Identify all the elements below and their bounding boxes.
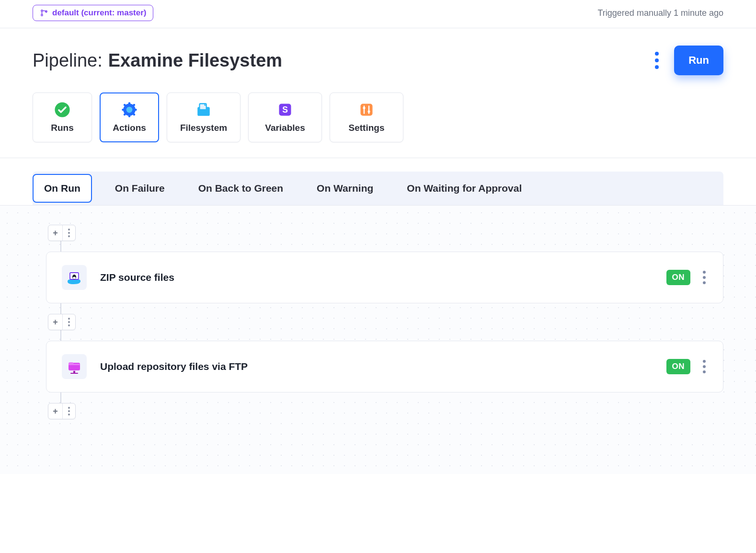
svg-point-5 (126, 107, 133, 113)
status-badge[interactable]: ON (666, 270, 691, 285)
folder-file-icon (195, 102, 212, 118)
action-menu-button[interactable] (701, 269, 708, 286)
svg-point-6 (128, 102, 131, 104)
add-action-node: + (48, 225, 76, 241)
status-badge[interactable]: ON (666, 359, 691, 374)
svg-rect-27 (73, 371, 75, 373)
check-circle-icon (54, 102, 70, 118)
subtabs: On Run On Failure On Back to Green On Wa… (33, 172, 723, 205)
navcard-runs[interactable]: Runs (33, 92, 92, 142)
action-card-ftp[interactable]: Upload repository files via FTP ON (46, 341, 723, 392)
svg-point-8 (122, 109, 124, 111)
run-button[interactable]: Run (674, 46, 723, 75)
navcard-variables[interactable]: S Variables (248, 92, 322, 142)
svg-point-12 (124, 114, 126, 116)
svg-point-1 (41, 14, 43, 16)
svg-point-21 (363, 107, 366, 109)
action-title: ZIP source files (100, 272, 174, 283)
navcard-filesystem[interactable]: Filesystem (167, 92, 241, 142)
branch-label: default (current: master) (52, 8, 146, 18)
add-action-button[interactable]: + (48, 403, 63, 419)
navcard-label: Runs (51, 123, 74, 133)
gear-icon (121, 102, 137, 118)
title-name: Examine Filesystem (108, 50, 282, 71)
action-menu-button[interactable] (701, 358, 708, 375)
tab-on-warning[interactable]: On Warning (306, 175, 384, 202)
add-action-menu[interactable] (63, 225, 75, 241)
tab-on-waiting-for-approval[interactable]: On Waiting for Approval (396, 175, 532, 202)
svg-rect-28 (70, 373, 78, 374)
trigger-status: Triggered manually 1 minute ago (598, 8, 723, 18)
branch-selector[interactable]: default (current: master) (33, 5, 153, 21)
actions-canvas: + ZIP source files ON + (0, 206, 756, 474)
add-action-button[interactable]: + (48, 225, 63, 241)
subtabs-container: On Run On Failure On Back to Green On Wa… (0, 158, 756, 206)
linux-docker-icon (62, 265, 87, 290)
header-area: Pipeline: Examine Filesystem Run Runs Ac… (0, 28, 756, 158)
svg-point-13 (133, 114, 136, 116)
tab-on-back-to-green[interactable]: On Back to Green (188, 175, 294, 202)
ftp-folder-icon (62, 354, 87, 379)
add-action-menu[interactable] (63, 403, 75, 419)
tab-on-run[interactable]: On Run (33, 174, 92, 203)
navcard-label: Filesystem (180, 123, 227, 133)
add-action-node: + (48, 314, 76, 330)
action-title: Upload repository files via FTP (100, 361, 248, 372)
title-prefix: Pipeline: (33, 50, 103, 71)
svg-point-10 (124, 104, 126, 106)
navcard-settings[interactable]: Settings (330, 92, 403, 142)
svg-point-22 (368, 110, 370, 113)
page-title: Pipeline: Examine Filesystem (33, 50, 282, 71)
navcard-label: Actions (113, 123, 146, 133)
branch-icon (40, 9, 48, 17)
pipeline-menu-button[interactable] (651, 48, 663, 73)
svg-point-7 (128, 115, 131, 117)
action-card-zip[interactable]: ZIP source files ON (46, 252, 723, 303)
navcard-label: Variables (265, 123, 305, 133)
top-bar: default (current: master) Triggered manu… (0, 0, 756, 28)
navcard-actions[interactable]: Actions (100, 92, 159, 142)
svg-rect-15 (200, 104, 206, 110)
svg-point-25 (73, 277, 76, 279)
navcard-label: Settings (349, 123, 385, 133)
sliders-icon (358, 102, 375, 118)
add-action-menu[interactable] (63, 314, 75, 330)
tab-on-failure[interactable]: On Failure (104, 175, 175, 202)
add-action-node: + (48, 403, 76, 419)
nav-cards: Runs Actions Filesystem S Variables Sett… (33, 92, 723, 158)
svg-text:S: S (282, 105, 288, 115)
svg-rect-18 (361, 104, 373, 116)
add-action-button[interactable]: + (48, 314, 63, 330)
svg-point-0 (41, 10, 43, 12)
variable-icon: S (277, 102, 293, 118)
svg-point-9 (135, 109, 137, 111)
svg-point-11 (133, 104, 136, 106)
